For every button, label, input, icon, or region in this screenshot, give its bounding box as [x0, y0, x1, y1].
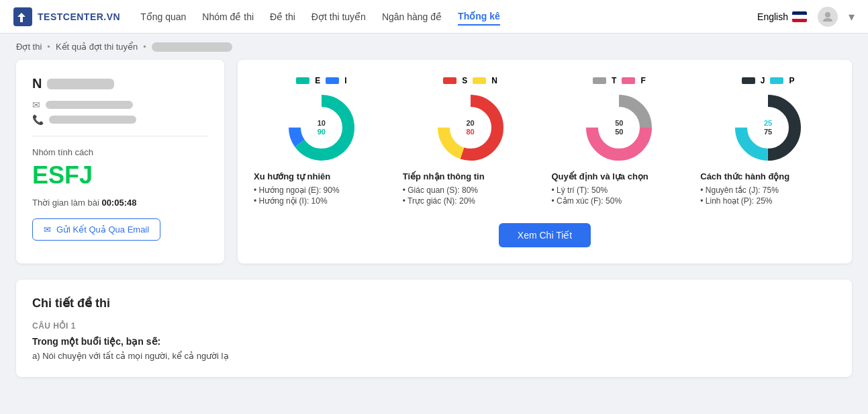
legend-t-dot	[593, 77, 606, 84]
donut-2: 20 80	[434, 91, 508, 165]
chart-2-detail-0: • Giác quan (S): 80%	[403, 185, 538, 195]
nav-tong-quan[interactable]: Tổng quan	[140, 9, 186, 25]
dropdown-arrow[interactable]: ▾	[849, 9, 855, 24]
flag-icon	[792, 11, 807, 22]
question-label: CÂU HỎI 1	[32, 321, 836, 331]
donut-4-center: 25 75	[764, 119, 772, 136]
answer-preview: a) Nói chuyện với tất cả mọi người, kể c…	[32, 351, 836, 361]
avatar-icon	[822, 11, 834, 23]
legend-s-label: S	[462, 76, 467, 85]
candidate-name-blur	[47, 79, 114, 89]
email-button[interactable]: ✉ Gửi Kết Quả Qua Email	[32, 218, 160, 241]
chart-1-detail-1: • Hướng nội (I): 10%	[254, 196, 389, 206]
email-button-label: Gửi Kết Quả Qua Email	[56, 224, 149, 235]
legend-i-dot	[326, 77, 339, 84]
legend-f-label: F	[640, 76, 645, 85]
legend-f-dot	[622, 77, 635, 84]
main-content: N ✉ 📞 Nhóm tính cách ESFJ Thời gian làm …	[0, 60, 868, 280]
legend-p-dot	[770, 77, 783, 84]
svg-point-1	[825, 12, 830, 17]
legend-p-label: P	[789, 76, 794, 85]
nav-links: Tổng quan Nhóm đề thi Đề thi Đợt thi tuy…	[140, 8, 737, 26]
brand-name: TESTCENTER.VN	[38, 11, 120, 22]
language-selector[interactable]: English	[757, 11, 807, 22]
user-avatar[interactable]	[818, 7, 838, 27]
nav-ngan-hang-de[interactable]: Ngân hàng đề	[382, 9, 442, 25]
email-blur	[46, 101, 133, 109]
chart-1-title: Xu hướng tự nhiên	[254, 171, 389, 181]
question-detail-card: Chi tiết đề thi CÂU HỎI 1 Trong một buổi…	[16, 280, 852, 377]
question-bold: Trong một buổi tiệc, bạn sẽ:	[32, 336, 160, 347]
chart-quyet-dinh: T F 50 50 Quyết định và lựa chọn	[552, 76, 687, 207]
donut-2-center: 20 80	[467, 119, 475, 136]
chart-2-legend: S N	[403, 76, 538, 85]
chart-3-title: Quyết định và lựa chọn	[552, 171, 687, 181]
personality-type: ESFJ	[32, 161, 208, 190]
breadcrumb-ket-qua[interactable]: Kết quả đợt thi tuyển	[56, 42, 138, 52]
brand-logo[interactable]: TESTCENTER.VN	[13, 7, 120, 26]
candidate-initial: N	[32, 76, 42, 91]
donut-3-center: 50 50	[615, 119, 623, 136]
legend-n-label: N	[491, 76, 497, 85]
chart-1-legend: E I	[254, 76, 389, 85]
chart-3-legend: T F	[552, 76, 687, 85]
chart-4-legend: J P	[700, 76, 836, 85]
chart-4-title: Cách thức hành động	[700, 171, 836, 181]
view-detail-button[interactable]: Xem Chi Tiết	[499, 223, 591, 247]
donut-4: 25 75	[731, 91, 805, 165]
legend-j-dot	[742, 77, 755, 84]
legend-j-label: J	[761, 76, 765, 85]
time-value: 00:05:48	[101, 198, 136, 208]
chart-3-detail-0: • Lý trí (T): 50%	[552, 185, 687, 195]
language-label: English	[757, 11, 788, 22]
personality-label: Nhóm tính cách	[32, 147, 208, 157]
breadcrumb-separator-1: •	[47, 42, 50, 52]
candidate-name-row: N	[32, 76, 208, 91]
candidate-card: N ✉ 📞 Nhóm tính cách ESFJ Thời gian làm …	[16, 60, 224, 263]
phone-icon: 📞	[32, 114, 44, 125]
nav-de-thi[interactable]: Đề thi	[270, 9, 295, 25]
chart-2-title: Tiếp nhận thông tin	[403, 171, 538, 181]
donut-1-center: 10 90	[318, 119, 326, 136]
email-button-icon: ✉	[44, 224, 51, 235]
nav-nhom-de-thi[interactable]: Nhóm đề thi	[202, 9, 254, 25]
legend-s-dot	[443, 77, 456, 84]
section-title: Chi tiết đề thi	[32, 296, 836, 310]
time-label: Thời gian làm bài 00:05:48	[32, 198, 208, 208]
bottom-section: Chi tiết đề thi CÂU HỎI 1 Trong một buổi…	[0, 280, 868, 393]
question-text: Trong một buổi tiệc, bạn sẽ:	[32, 336, 836, 347]
nav-dot-thi-tuyen[interactable]: Đợt thi tuyển	[311, 9, 366, 25]
chart-2-details: • Giác quan (S): 80% • Trực giác (N): 20…	[403, 185, 538, 206]
chart-1-details: • Hướng ngoại (E): 90% • Hướng nội (I): …	[254, 185, 389, 206]
email-icon: ✉	[32, 99, 40, 110]
brand-icon	[13, 7, 32, 26]
breadcrumb-dot-thi[interactable]: Đợt thi	[16, 42, 42, 52]
chart-4-detail-0: • Nguyên tắc (J): 75%	[700, 185, 836, 195]
email-row: ✉	[32, 99, 208, 110]
chart-3-details: • Lý trí (T): 50% • Cảm xúc (F): 50%	[552, 185, 687, 206]
phone-row: 📞	[32, 114, 208, 125]
divider	[32, 136, 208, 136]
chart-cach-thuc: J P 25 75 Cách thức hành động	[700, 76, 836, 207]
legend-t-label: T	[612, 76, 616, 85]
donut-3: 50 50	[582, 91, 656, 165]
legend-e-label: E	[315, 76, 320, 85]
breadcrumb-separator-2: •	[143, 42, 146, 52]
donut-1: 10 90	[285, 91, 358, 165]
nav-thong-ke[interactable]: Thống kê	[458, 8, 500, 26]
breadcrumb: Đợt thi • Kết quả đợt thi tuyển •	[0, 34, 868, 60]
legend-n-dot	[473, 77, 486, 84]
chart-1-detail-0: • Hướng ngoại (E): 90%	[254, 185, 389, 195]
legend-e-dot	[296, 77, 309, 84]
chart-3-detail-1: • Cảm xúc (F): 50%	[552, 196, 687, 206]
chart-2-detail-1: • Trực giác (N): 20%	[403, 196, 538, 206]
results-card: E I 10 90 Xu hướng tự nhiên	[238, 60, 852, 263]
chart-4-detail-1: • Linh hoạt (P): 25%	[700, 196, 836, 206]
navbar-right: English ▾	[757, 7, 855, 27]
charts-row: E I 10 90 Xu hướng tự nhiên	[254, 76, 836, 207]
navbar: TESTCENTER.VN Tổng quan Nhóm đề thi Đề t…	[0, 0, 868, 34]
breadcrumb-blurred	[152, 42, 232, 52]
chart-xu-huong: E I 10 90 Xu hướng tự nhiên	[254, 76, 389, 207]
chart-tiep-nhan: S N 20 80 Tiếp nhận thông tin	[403, 76, 538, 207]
legend-i-label: I	[344, 76, 346, 85]
